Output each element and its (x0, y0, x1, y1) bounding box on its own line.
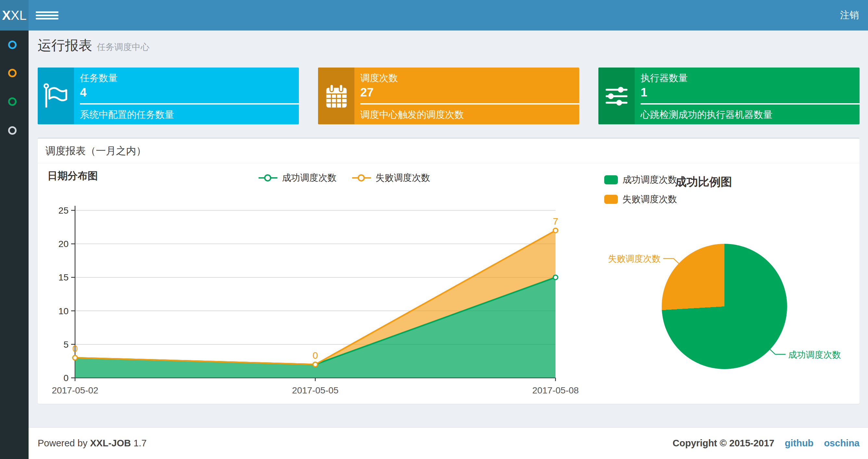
page-subtitle: 任务调度中心 (97, 42, 149, 52)
logout-link[interactable]: 注销 (840, 10, 859, 20)
schedule-report-panel: 调度报表（一月之内） 日期分布图 成功调度次数失败调度次数 0510152025… (38, 138, 860, 404)
product-name: XXL-JOB (90, 438, 131, 448)
calendar-icon (318, 67, 354, 124)
navbar-right: 注销 (840, 9, 868, 22)
fail-point (553, 228, 558, 233)
sidebar-item-menu-job-log[interactable] (8, 97, 17, 106)
y-tick-label: 20 (59, 239, 68, 249)
stat-label: 任务数量 (80, 72, 299, 84)
stat-box-triggers: 调度次数 27 调度中心触发的调度次数 (318, 67, 579, 124)
app-logo-rest: XL (11, 8, 27, 23)
y-tick-label: 5 (63, 339, 68, 350)
pie-chart-title: 成功比例图 (655, 174, 752, 190)
oschina-link[interactable]: oschina (824, 438, 860, 448)
x-tick-label: 2017-05-05 (292, 385, 339, 395)
stat-row: 任务数量 4 系统中配置的任务数量 (38, 67, 860, 124)
content-header: 运行报表任务调度中心 (38, 36, 149, 55)
fail-point-label: 7 (553, 216, 558, 227)
date-distribution-chart: 日期分布图 成功调度次数失败调度次数 05101520252017-05-022… (45, 166, 591, 400)
legend-item[interactable]: 成功调度次数 (258, 172, 337, 184)
x-tick-label: 2017-05-02 (52, 385, 98, 395)
sidebar-item-menu-executor-manage[interactable] (8, 126, 17, 135)
pie-graphic (662, 244, 787, 369)
fail-point (313, 362, 318, 367)
page-title: 运行报表 (38, 38, 92, 53)
github-link[interactable]: github (785, 438, 814, 448)
xxl-job-dashboard: XXL 注销 运行报表任务调度中心 任务数量 4 (0, 0, 868, 459)
stat-box-jobs: 任务数量 4 系统中配置的任务数量 (38, 67, 299, 124)
top-navbar: XXL 注销 (0, 0, 868, 31)
stat-description: 调度中心触发的调度次数 (360, 108, 579, 122)
stat-label: 调度次数 (360, 72, 579, 84)
stat-description: 心跳检测成功的执行器机器数量 (641, 108, 860, 122)
stat-box-executors: 执行器数量 1 心跳检测成功的执行器机器数量 (598, 67, 860, 124)
app-logo[interactable]: XXL (0, 0, 29, 31)
pie-callout-label: 成功调度次数 (788, 350, 841, 360)
sidebar (0, 31, 29, 459)
success-ratio-chart: 成功调度次数失败调度次数 成功比例图 成功调度次数失败调度次数 (600, 166, 853, 400)
y-tick-label: 15 (59, 272, 68, 283)
line-chart-title: 日期分布图 (48, 169, 98, 183)
pie-callout-label: 失败调度次数 (608, 254, 661, 264)
x-tick-label: 2017-05-08 (532, 385, 579, 395)
stat-label: 执行器数量 (641, 72, 860, 84)
pie-callout-line (770, 349, 785, 354)
legend-item[interactable]: 失败调度次数 (352, 172, 430, 184)
app-logo-bold: X (2, 8, 11, 23)
stat-value: 27 (360, 85, 579, 100)
sidebar-item-menu-run-report[interactable] (8, 40, 17, 49)
footer-copyright: Copyright © 2015-2017 github oschina (673, 438, 860, 449)
sliders-icon (598, 67, 635, 124)
flag-icon (38, 67, 74, 124)
stat-value: 4 (80, 85, 299, 100)
panel-header: 调度报表（一月之内） (38, 139, 860, 163)
line-chart-legend: 成功调度次数失败调度次数 (97, 172, 591, 184)
sidebar-toggle-icon[interactable] (36, 8, 59, 23)
footer-powered-by: Powered by XXL-JOB 1.7 (38, 438, 147, 449)
y-tick-label: 0 (63, 373, 68, 383)
fail-point-label: 0 (72, 343, 78, 354)
fail-point (73, 356, 77, 360)
date-distribution-svg: 05101520252017-05-022017-05-052017-05-08… (45, 166, 591, 400)
sidebar-item-menu-job-manage[interactable] (8, 69, 17, 77)
fail-point-label: 0 (312, 350, 318, 361)
stat-description: 系统中配置的任务数量 (80, 108, 299, 122)
legend-item[interactable]: 失败调度次数 (604, 193, 677, 205)
pie-callout-line (663, 258, 679, 263)
footer: Powered by XXL-JOB 1.7 Copyright © 2015-… (29, 427, 868, 459)
y-tick-label: 10 (59, 306, 68, 316)
y-tick-label: 25 (59, 205, 68, 216)
product-version: 1.7 (133, 438, 147, 448)
stat-value: 1 (641, 85, 860, 100)
success-point (553, 275, 558, 280)
panel-title: 调度报表（一月之内） (45, 144, 146, 158)
